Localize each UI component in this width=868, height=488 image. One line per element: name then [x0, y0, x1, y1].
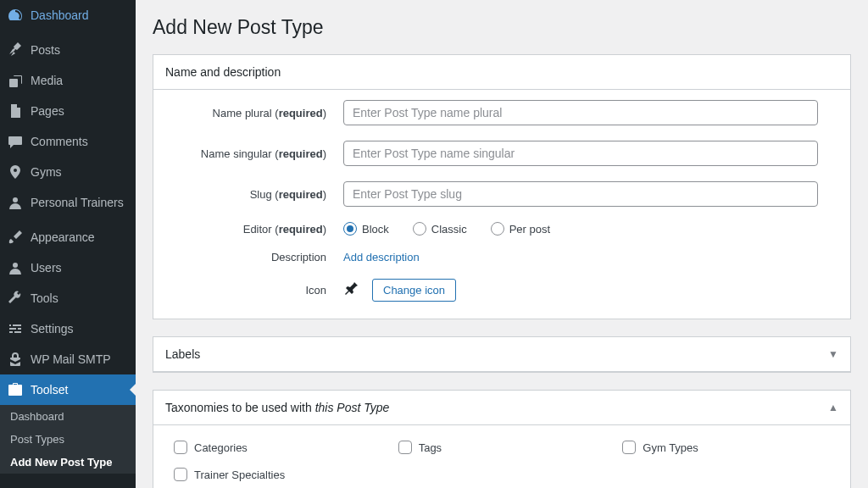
sidebar-item-toolset[interactable]: Toolset: [0, 374, 136, 405]
sidebar-item-comments[interactable]: Comments: [0, 126, 136, 157]
input-name-plural[interactable]: [343, 100, 818, 125]
radio-icon: [343, 222, 357, 236]
radio-icon: [491, 222, 504, 236]
form-row-name-singular: Name singular (required): [165, 141, 838, 166]
submenu-item-post-types[interactable]: Post Types: [0, 428, 136, 451]
checkbox-label: Gym Types: [643, 441, 698, 454]
sidebar-item-posts[interactable]: Posts: [0, 35, 136, 65]
control-name-singular: [343, 141, 838, 166]
taxonomy-grid: Categories Tags Gym Types Trainer Specia…: [165, 435, 838, 486]
control-editor: Block Classic Per post: [343, 222, 838, 236]
change-icon-button[interactable]: Change icon: [372, 279, 456, 302]
dashboard-icon: [7, 7, 24, 24]
required-text: required: [279, 147, 323, 160]
sidebar-label: Personal Trainers: [31, 196, 124, 209]
radio-block[interactable]: Block: [343, 222, 389, 236]
sidebar-label: Toolset: [31, 383, 68, 396]
sidebar-label: Users: [31, 261, 62, 274]
person-icon: [7, 259, 24, 276]
checkbox-icon: [622, 441, 636, 454]
label-name-singular: Name singular (required): [165, 147, 343, 160]
label-icon: Icon: [165, 284, 343, 297]
required-text: required: [279, 188, 323, 201]
panel-taxonomies: Taxonomies to be used with this Post Typ…: [153, 390, 851, 488]
label-text: Icon: [305, 284, 326, 297]
sidebar-label: Media: [31, 74, 63, 87]
label-text: Description: [271, 251, 326, 263]
suitcase-icon: [7, 381, 24, 398]
sidebar-item-pages[interactable]: Pages: [0, 96, 136, 126]
control-icon: Change icon: [343, 279, 838, 302]
panel-header-labels[interactable]: Labels ▼: [153, 337, 850, 372]
page-title: Add New Post Type: [153, 16, 851, 39]
radio-classic[interactable]: Classic: [413, 222, 467, 236]
required-text: required: [279, 223, 323, 236]
checkbox-icon: [174, 468, 187, 481]
radio-label: Block: [362, 223, 389, 236]
panel-name-description: Name and description Name plural (requir…: [153, 54, 851, 319]
panel-body-name: Name plural (required) Name singular (re…: [153, 90, 850, 319]
label-text: Editor: [243, 223, 272, 236]
add-description-link[interactable]: Add description: [343, 251, 420, 263]
sidebar-label: Appearance: [31, 230, 95, 244]
panel-title-text: Name and description: [165, 65, 281, 79]
form-row-description: Description Add description: [165, 251, 838, 263]
radio-per-post[interactable]: Per post: [491, 222, 550, 236]
sidebar-item-dashboard[interactable]: Dashboard: [0, 0, 136, 30]
sidebar-label: WP Mail SMTP: [31, 352, 111, 366]
panel-title-text: Taxonomies to be used with this Post Typ…: [165, 401, 389, 414]
panel-header-name: Name and description: [153, 55, 850, 90]
admin-sidebar: Dashboard Posts Media Pages Comments Gym…: [0, 0, 136, 488]
input-slug[interactable]: [343, 181, 818, 207]
control-name-plural: [343, 100, 838, 125]
radio-label: Classic: [431, 223, 467, 236]
wrench-icon: [7, 290, 24, 307]
sidebar-item-tools[interactable]: Tools: [0, 283, 136, 313]
checkbox-categories[interactable]: Categories: [174, 441, 381, 454]
sidebar-item-personal-trainers[interactable]: Personal Trainers: [0, 187, 136, 218]
sidebar-item-settings[interactable]: Settings: [0, 313, 136, 344]
sidebar-label: Tools: [31, 291, 58, 305]
checkbox-trainer-specialties[interactable]: Trainer Specialties: [174, 468, 381, 481]
submenu-item-dashboard[interactable]: Dashboard: [0, 405, 136, 428]
media-icon: [7, 72, 24, 89]
checkbox-gym-types[interactable]: Gym Types: [622, 441, 830, 454]
sidebar-item-users[interactable]: Users: [0, 252, 136, 283]
sidebar-label: Settings: [31, 322, 74, 336]
control-slug: [343, 181, 838, 207]
chevron-down-icon: ▼: [828, 348, 838, 360]
sidebar-item-media[interactable]: Media: [0, 65, 136, 96]
panel-header-taxonomies[interactable]: Taxonomies to be used with this Post Typ…: [153, 391, 850, 425]
sidebar-submenu: Dashboard Post Types Add New Post Type: [0, 405, 136, 474]
sidebar-label: Dashboard: [31, 8, 89, 22]
input-name-singular[interactable]: [343, 141, 818, 166]
checkbox-label: Trainer Specialties: [194, 469, 285, 481]
person-icon: [7, 194, 24, 211]
checkbox-tags[interactable]: Tags: [398, 441, 606, 454]
required-text: required: [279, 107, 323, 119]
radio-icon: [413, 222, 426, 236]
sidebar-label: Pages: [31, 104, 64, 118]
thumbtack-icon: [343, 280, 360, 301]
sidebar-item-gyms[interactable]: Gyms: [0, 157, 136, 187]
pin-icon: [7, 42, 24, 58]
radio-group-editor: Block Classic Per post: [343, 222, 838, 236]
control-description: Add description: [343, 251, 838, 263]
sidebar-label: Gyms: [31, 165, 62, 179]
checkbox-icon: [398, 441, 412, 454]
title-prefix: Taxonomies to be used with: [165, 401, 315, 414]
submenu-item-add-new-post-type[interactable]: Add New Post Type: [0, 451, 136, 474]
sidebar-item-wp-mail-smtp[interactable]: WP Mail SMTP: [0, 344, 136, 374]
icon-row: Change icon: [343, 279, 838, 302]
form-row-slug: Slug (required): [165, 181, 838, 207]
title-emphasis: this Post Type: [315, 401, 390, 414]
sidebar-item-appearance[interactable]: Appearance: [0, 222, 136, 252]
label-text: Name plural: [213, 107, 272, 119]
form-row-icon: Icon Change icon: [165, 279, 838, 302]
label-slug: Slug (required): [165, 188, 343, 201]
label-name-plural: Name plural (required): [165, 107, 343, 119]
brush-icon: [7, 229, 24, 246]
sidebar-label: Posts: [31, 43, 60, 57]
panel-labels: Labels ▼: [153, 336, 851, 373]
panel-body-taxonomies: Categories Tags Gym Types Trainer Specia…: [153, 425, 850, 488]
